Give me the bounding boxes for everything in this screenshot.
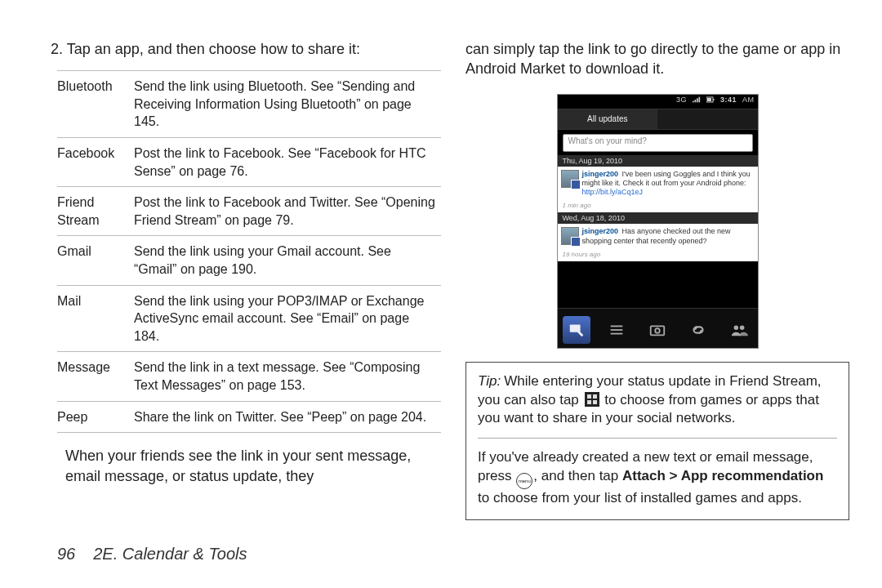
svg-rect-9 <box>707 98 711 101</box>
share-option-desc: Post the link to Facebook and Twitter. S… <box>134 187 441 236</box>
svg-rect-6 <box>698 96 700 102</box>
table-row: PeepShare the link on Twitter. See “Peep… <box>57 401 441 433</box>
avatar <box>561 227 579 245</box>
svg-point-16 <box>733 325 738 330</box>
menu-button-icon: menu <box>516 473 532 489</box>
network-label: 3G <box>676 96 687 104</box>
clock-time: 3:41 <box>720 96 737 104</box>
paragraph-continuation: can simply tap the link to go directly t… <box>466 39 849 79</box>
svg-rect-14 <box>651 326 665 335</box>
tip-box: Tip:While entering your status update in… <box>466 362 849 521</box>
share-option-name: Message <box>57 352 134 401</box>
status-input: What's on your mind? <box>563 134 753 152</box>
table-row: GmailSend the link using your Gmail acco… <box>57 236 441 285</box>
share-option-name: Facebook <box>57 138 134 187</box>
share-option-desc: Send the link using your POP3/IMAP or Ex… <box>134 285 441 352</box>
post-link: http://bit.ly/aCq1eJ <box>582 188 644 196</box>
svg-point-15 <box>655 328 660 333</box>
dock-camera-icon <box>644 316 671 344</box>
share-option-desc: Send the link using your Gmail account. … <box>134 236 441 285</box>
feed-post: jsinger200 I've been using Goggles and I… <box>558 167 758 201</box>
table-row: MailSend the link using your POP3/IMAP o… <box>57 285 441 352</box>
dock-people-icon <box>725 316 753 344</box>
tab-blank <box>657 109 758 129</box>
svg-rect-5 <box>697 98 698 102</box>
date-header: Wed, Aug 18, 2010 <box>558 212 758 224</box>
feed-post: jsinger200 Has anyone checked out the ne… <box>558 224 758 249</box>
table-row: Friend StreamPost the link to Facebook a… <box>57 187 441 236</box>
post-username: jsinger200 <box>582 170 619 178</box>
phone-tabbar: All updates <box>558 109 758 130</box>
tip-divider <box>478 438 837 439</box>
share-option-name: Peep <box>57 401 134 433</box>
page-number: 96 <box>57 545 75 563</box>
tip-bold: Attach > App recommendation <box>622 468 823 483</box>
dock-list-icon <box>603 316 630 344</box>
table-row: FacebookPost the link to Facebook. See “… <box>57 138 441 187</box>
share-option-desc: Post the link to Facebook. See “Facebook… <box>134 138 441 187</box>
table-row: MessageSend the link in a text message. … <box>57 352 441 401</box>
tip-text: , and then tap <box>533 468 622 483</box>
date-header: Thu, Aug 19, 2010 <box>558 155 758 167</box>
tip-text: to choose from your list of installed ga… <box>478 490 802 506</box>
phone-screenshot: 3G 3:41 AM All updates What's on your mi… <box>557 94 759 349</box>
share-options-table: BluetoothSend the link using Bluetooth. … <box>57 70 441 433</box>
share-option-desc: Send the link using Bluetooth. See “Send… <box>134 71 441 138</box>
signal-icon <box>693 96 701 105</box>
table-row: BluetoothSend the link using Bluetooth. … <box>57 71 441 138</box>
section-title: 2E. Calendar & Tools <box>93 545 247 563</box>
svg-point-17 <box>739 325 744 330</box>
post-timestamp: 1 min ago <box>558 200 758 212</box>
tip-label: Tip: <box>478 373 501 389</box>
svg-rect-4 <box>694 100 696 102</box>
share-option-name: Mail <box>57 285 134 352</box>
share-option-name: Friend Stream <box>57 187 134 236</box>
phone-statusbar: 3G 3:41 AM <box>558 95 758 109</box>
svg-rect-8 <box>713 99 715 100</box>
apps-grid-icon <box>585 392 599 407</box>
step-2-instruction: 2. Tap an app, and then choose how to sh… <box>51 39 441 59</box>
tip-paragraph-1: Tip:While entering your status update in… <box>478 372 837 429</box>
paragraph-after-table: When your friends see the link in your s… <box>65 446 441 486</box>
share-option-name: Bluetooth <box>57 71 134 138</box>
post-timestamp: 19 hours ago <box>558 249 758 261</box>
page-footer: 962E. Calendar & Tools <box>57 545 247 564</box>
avatar <box>561 170 579 188</box>
tab-all-updates: All updates <box>558 109 658 129</box>
tip-paragraph-2: If you've already created a new text or … <box>478 448 837 508</box>
post-username: jsinger200 <box>582 227 619 235</box>
battery-icon <box>706 96 715 105</box>
phone-dock <box>558 308 758 348</box>
svg-rect-3 <box>693 100 694 102</box>
dock-compose-icon <box>563 316 590 344</box>
dock-link-icon <box>684 316 712 344</box>
clock-ampm: AM <box>742 96 755 104</box>
share-option-desc: Share the link on Twitter. See “Peep” on… <box>134 401 441 433</box>
share-option-name: Gmail <box>57 236 134 285</box>
share-option-desc: Send the link in a text message. See “Co… <box>134 352 441 401</box>
